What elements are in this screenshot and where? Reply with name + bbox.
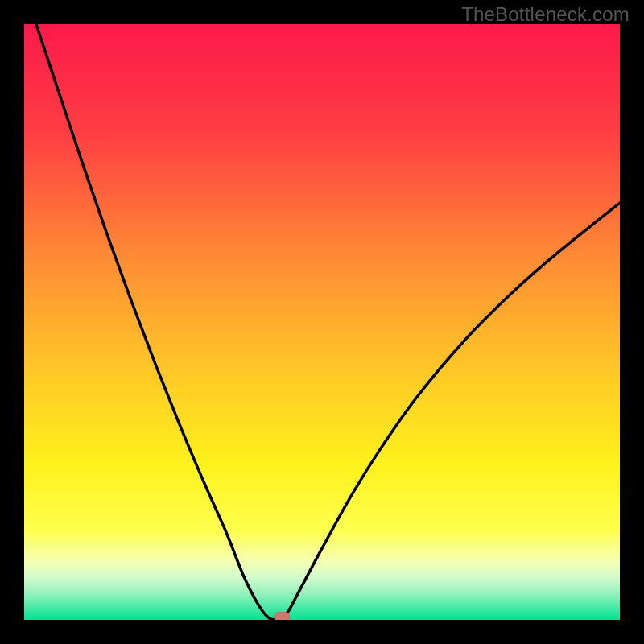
plot-area <box>24 24 620 620</box>
bottleneck-curve <box>24 24 620 620</box>
optimal-marker <box>274 612 290 620</box>
watermark-label: TheBottleneck.com <box>461 3 630 26</box>
chart-frame: TheBottleneck.com <box>0 0 644 644</box>
